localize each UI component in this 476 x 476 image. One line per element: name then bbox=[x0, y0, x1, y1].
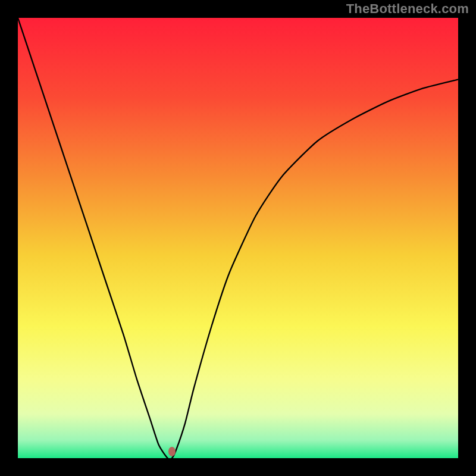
bottleneck-chart bbox=[18, 18, 458, 458]
marker-dot bbox=[168, 447, 176, 456]
gradient-background bbox=[18, 18, 458, 458]
plot-area bbox=[18, 18, 458, 458]
chart-frame: TheBottleneck.com bbox=[0, 0, 476, 476]
watermark-text: TheBottleneck.com bbox=[346, 1, 469, 17]
